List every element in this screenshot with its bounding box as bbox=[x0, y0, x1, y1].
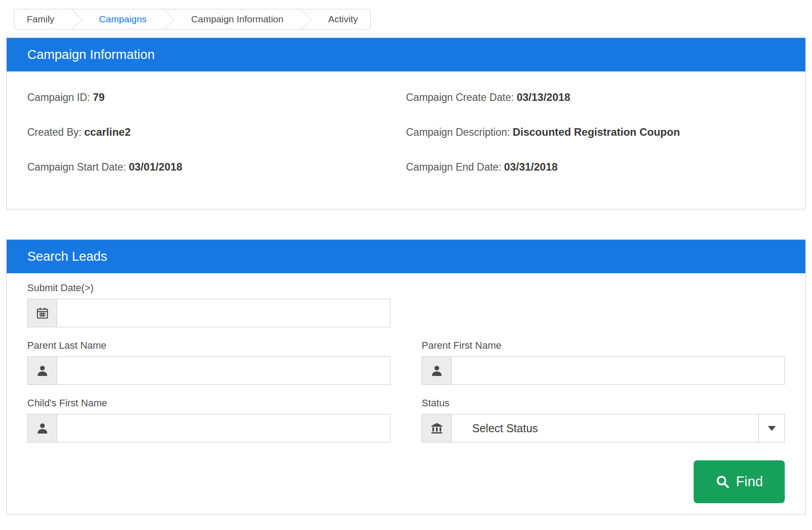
parent-last-name-input[interactable] bbox=[57, 357, 390, 384]
find-button[interactable]: Find bbox=[694, 460, 785, 503]
calendar-icon bbox=[28, 299, 57, 327]
submit-date-input[interactable] bbox=[57, 299, 390, 327]
breadcrumb-item-campaigns[interactable]: Campaigns bbox=[87, 9, 159, 29]
parent-first-name-input-group bbox=[422, 356, 785, 385]
submit-date-label: Submit Date(>) bbox=[27, 282, 390, 294]
childs-first-name-field: Child's First Name bbox=[27, 385, 390, 442]
find-button-row: Find bbox=[422, 460, 785, 503]
parent-last-name-input-group bbox=[27, 356, 390, 385]
campaign-end-date-label: Campaign End Date: bbox=[406, 161, 502, 173]
breadcrumb-separator-icon bbox=[159, 9, 179, 29]
campaign-create-date-label: Campaign Create Date: bbox=[406, 92, 514, 103]
status-select[interactable]: Select Status bbox=[422, 414, 785, 442]
breadcrumb-separator-icon bbox=[67, 9, 87, 29]
status-field: Status Select Status bbox=[422, 385, 785, 442]
status-label: Status bbox=[422, 397, 785, 409]
status-selected-value: Select Status bbox=[452, 414, 758, 442]
campaign-description-value: Discounted Registration Coupon bbox=[513, 126, 680, 138]
bank-icon bbox=[422, 414, 452, 442]
created-by-value: ccarline2 bbox=[84, 126, 130, 138]
search-leads-form: Submit Date(>) bbox=[7, 273, 805, 514]
parent-last-name-label: Parent Last Name bbox=[27, 340, 390, 351]
campaign-start-date-value: 03/01/2018 bbox=[129, 161, 182, 173]
search-leads-panel-title: Search Leads bbox=[7, 240, 805, 273]
person-icon bbox=[28, 414, 57, 442]
campaign-id-field: Campaign ID:79 bbox=[27, 91, 406, 104]
campaign-description-field: Campaign Description:Discounted Registra… bbox=[406, 126, 785, 138]
breadcrumb: Family Campaigns Campaign Information Ac… bbox=[14, 9, 371, 29]
campaign-id-value: 79 bbox=[93, 91, 105, 103]
campaign-id-label: Campaign ID: bbox=[27, 92, 90, 103]
campaign-create-date-field: Campaign Create Date:03/13/2018 bbox=[406, 91, 785, 104]
breadcrumb-item-campaign-information[interactable]: Campaign Information bbox=[179, 9, 296, 29]
parent-first-name-input[interactable] bbox=[452, 357, 784, 384]
campaign-information-panel-title: Campaign Information bbox=[7, 38, 805, 71]
parent-first-name-field: Parent First Name bbox=[422, 327, 785, 385]
breadcrumb-separator-icon bbox=[296, 9, 316, 29]
chevron-down-icon[interactable] bbox=[758, 414, 784, 442]
childs-first-name-input-group bbox=[27, 414, 390, 442]
campaign-end-date-value: 03/31/2018 bbox=[504, 161, 558, 173]
created-by-label: Created By: bbox=[27, 126, 81, 138]
childs-first-name-label: Child's First Name bbox=[27, 397, 390, 409]
campaign-information-panel: Campaign Information Campaign ID:79 Camp… bbox=[6, 38, 806, 209]
search-icon bbox=[716, 475, 730, 489]
campaign-start-date-field: Campaign Start Date:03/01/2018 bbox=[27, 161, 406, 173]
person-icon bbox=[422, 357, 452, 384]
find-button-label: Find bbox=[736, 474, 763, 490]
spacer bbox=[422, 282, 785, 327]
breadcrumb-item-family[interactable]: Family bbox=[14, 9, 67, 29]
campaign-information-body: Campaign ID:79 Campaign Create Date:03/1… bbox=[7, 71, 805, 209]
submit-date-field: Submit Date(>) bbox=[27, 282, 390, 327]
parent-last-name-field: Parent Last Name bbox=[27, 327, 390, 385]
campaign-start-date-label: Campaign Start Date: bbox=[27, 161, 126, 173]
created-by-field: Created By:ccarline2 bbox=[27, 126, 406, 138]
person-icon bbox=[28, 357, 57, 384]
campaign-description-label: Campaign Description: bbox=[406, 126, 510, 138]
page: Family Campaigns Campaign Information Ac… bbox=[0, 0, 812, 530]
childs-first-name-input[interactable] bbox=[57, 414, 390, 442]
campaign-create-date-value: 03/13/2018 bbox=[517, 91, 570, 103]
breadcrumb-item-activity[interactable]: Activity bbox=[316, 9, 371, 29]
parent-first-name-label: Parent First Name bbox=[422, 340, 785, 351]
submit-date-input-group bbox=[27, 299, 390, 327]
campaign-end-date-field: Campaign End Date:03/31/2018 bbox=[406, 161, 785, 173]
search-leads-panel: Search Leads Submit Date(>) bbox=[6, 239, 806, 514]
